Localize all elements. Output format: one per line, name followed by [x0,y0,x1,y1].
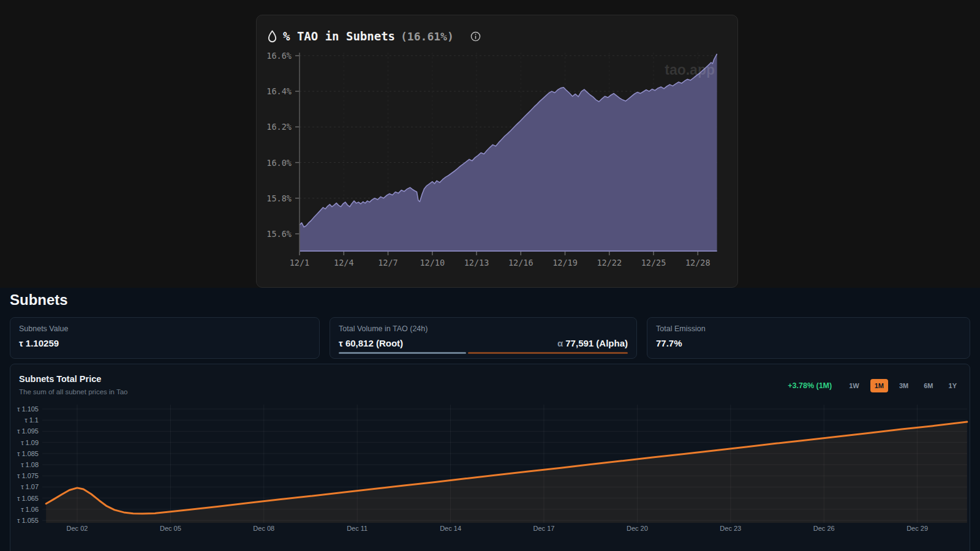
svg-text:τ 1.07: τ 1.07 [21,483,39,490]
svg-text:Dec 14: Dec 14 [440,525,461,532]
stat-value: 77.7% [656,338,682,348]
range-button-6m[interactable]: 6M [919,379,937,392]
subnets-price-chart[interactable]: τ 1.105τ 1.1τ 1.095τ 1.09τ 1.085τ 1.08τ … [10,399,971,545]
tao-drop-icon [267,30,277,43]
svg-text:12/16: 12/16 [508,258,533,268]
svg-text:tao.app: tao.app [665,62,715,78]
range-button-1m[interactable]: 1M [870,379,888,392]
svg-text:Dec 23: Dec 23 [720,525,741,532]
svg-text:τ 1.09: τ 1.09 [21,439,39,446]
change-badge: +3.78% (1M) [788,381,832,390]
svg-text:Dec 08: Dec 08 [253,525,274,532]
svg-text:12/4: 12/4 [334,258,354,268]
page-title: Subnets [10,291,68,309]
alpha-symbol: α [557,338,563,348]
range-button-1y[interactable]: 1Y [944,379,961,392]
root-volume: τ 60,812 (Root) [339,338,403,348]
info-icon[interactable] [470,31,481,42]
svg-text:Dec 29: Dec 29 [907,525,928,532]
price-chart-title: Subnets Total Price [19,374,101,384]
tao-share-section: % TAO in Subnets (16.61%) 15.6%15.8%16.0… [0,0,980,288]
svg-text:Dec 02: Dec 02 [67,525,88,532]
volume-values: τ 60,812 (Root) α77,591 (Alpha) [339,338,628,348]
svg-text:16.6%: 16.6% [266,51,292,61]
svg-text:τ 1.1: τ 1.1 [24,416,39,424]
tao-share-current-value: (16.61%) [401,30,454,43]
svg-text:12/22: 12/22 [597,258,622,268]
subnets-section: Subnets Subnets Value τ 1.10259 Total Vo… [0,288,980,551]
svg-text:τ 1.065: τ 1.065 [17,495,39,502]
tao-share-card: % TAO in Subnets (16.61%) 15.6%15.8%16.0… [256,15,738,288]
tao-share-title: % TAO in Subnets [283,29,395,43]
stat-label: Total Emission [656,324,706,333]
stat-label: Subnets Value [19,324,68,333]
svg-text:τ 1.06: τ 1.06 [21,506,39,513]
price-chart-subtitle: The sum of all subnet prices in Tao [19,388,128,395]
range-controls: +3.78% (1M) 1W 1M 3M 6M 1Y [788,379,961,392]
stat-card-total-emission: Total Emission 77.7% [647,317,970,359]
alpha-volume-bar [468,352,628,354]
stat-value: τ 1.10259 [19,338,59,348]
svg-text:12/28: 12/28 [685,258,710,268]
svg-text:τ 1.085: τ 1.085 [17,450,39,457]
svg-text:12/19: 12/19 [552,258,578,268]
tao-share-card-header: % TAO in Subnets (16.61%) [267,28,481,44]
volume-split-bar [339,352,628,354]
alpha-volume: α77,591 (Alpha) [557,338,628,348]
stat-label: Total Volume in TAO (24h) [339,324,428,333]
svg-text:12/10: 12/10 [420,258,445,268]
svg-text:12/25: 12/25 [641,258,666,268]
svg-text:τ 1.08: τ 1.08 [21,461,39,468]
svg-text:τ 1.055: τ 1.055 [17,517,39,524]
subnets-price-card: Subnets Total Price The sum of all subne… [10,364,970,551]
svg-text:τ 1.075: τ 1.075 [17,472,39,479]
svg-text:12/7: 12/7 [378,258,398,268]
stat-card-total-volume: Total Volume in TAO (24h) τ 60,812 (Root… [330,317,637,359]
svg-text:Dec 11: Dec 11 [347,525,368,532]
root-volume-bar [339,352,466,354]
svg-text:Dec 26: Dec 26 [813,525,835,532]
svg-text:16.2%: 16.2% [266,122,292,132]
svg-text:τ 1.105: τ 1.105 [17,405,39,413]
svg-text:Dec 17: Dec 17 [533,525,555,532]
range-button-3m[interactable]: 3M [895,379,913,392]
svg-text:τ 1.095: τ 1.095 [17,427,39,435]
svg-text:Dec 05: Dec 05 [160,525,181,532]
range-button-1w[interactable]: 1W [845,379,864,392]
svg-text:15.6%: 15.6% [266,229,292,239]
svg-text:12/1: 12/1 [290,258,310,268]
svg-text:16.4%: 16.4% [266,86,292,96]
svg-text:16.0%: 16.0% [266,158,292,168]
stat-card-subnets-value: Subnets Value τ 1.10259 [10,317,320,359]
svg-text:15.8%: 15.8% [266,193,292,203]
svg-text:12/13: 12/13 [464,258,489,268]
tao-share-chart[interactable]: 15.6%15.8%16.0%16.2%16.4%16.6%12/112/412… [257,15,739,288]
svg-text:Dec 20: Dec 20 [627,525,648,532]
